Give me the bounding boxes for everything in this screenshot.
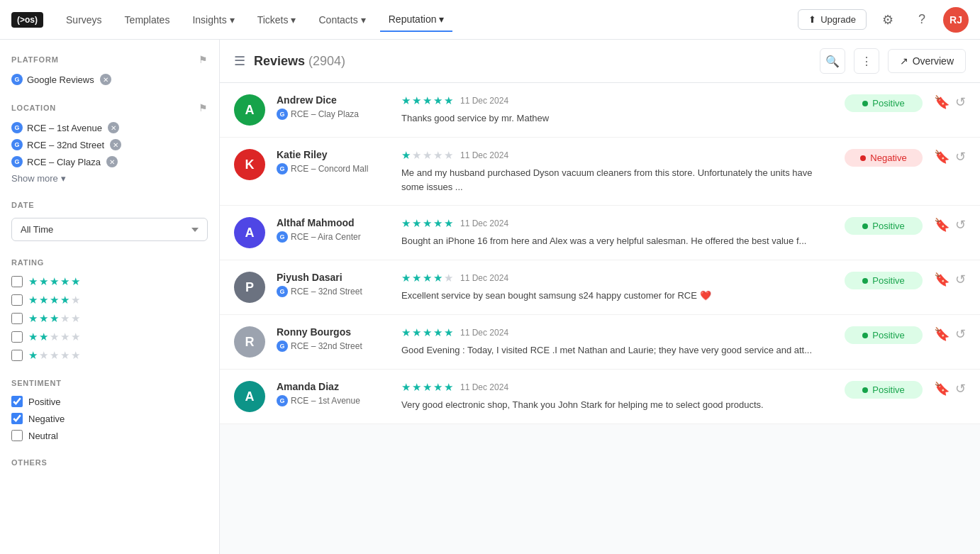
remove-location-1-button[interactable]: ✕ xyxy=(108,122,119,133)
sentiment-label: Positive xyxy=(872,98,905,109)
review-list: A Andrew Dice G RCE – Clay Plaza ★★★★★ 1… xyxy=(220,83,980,424)
star: ★ xyxy=(401,326,411,339)
chevron-down-icon: ▾ xyxy=(439,13,444,25)
avatar[interactable]: RJ xyxy=(943,7,969,33)
reviewer-location: G RCE – 1st Avenue xyxy=(277,395,390,406)
overview-button[interactable]: ↗ Overview xyxy=(888,49,966,73)
review-stars-date: ★★★★★ 11 Dec 2024 xyxy=(401,149,833,162)
review-date: 11 Dec 2024 xyxy=(460,150,508,160)
google-icon: G xyxy=(277,163,288,174)
chevron-down-icon: ▾ xyxy=(230,14,235,26)
others-title: OTHERS xyxy=(11,458,48,467)
review-row: K Katie Riley G RCE – Concord Mall ★★★★★… xyxy=(220,138,980,206)
refresh-icon[interactable]: ↺ xyxy=(955,217,966,233)
refresh-icon[interactable]: ↺ xyxy=(955,272,966,287)
search-icon: 🔍 xyxy=(825,55,840,68)
reviewer-location: G RCE – 32nd Street xyxy=(277,340,390,352)
review-stars-date: ★★★★★ 11 Dec 2024 xyxy=(401,272,833,284)
rating-4-checkbox[interactable] xyxy=(11,294,23,306)
review-content: ★★★★★ 11 Dec 2024 Me and my husband purc… xyxy=(401,149,833,194)
rating-1-checkbox[interactable] xyxy=(11,350,23,361)
sentiment-badge: Positive xyxy=(845,272,923,289)
upgrade-button[interactable]: ⬆ Upgrade xyxy=(798,9,867,30)
review-date: 11 Dec 2024 xyxy=(460,218,508,228)
sentiment-section: SENTIMENT Positive Negative Neutral xyxy=(11,379,208,441)
refresh-icon[interactable]: ↺ xyxy=(955,381,966,397)
star: ★ xyxy=(433,94,442,107)
date-select[interactable]: All Time Last 7 days Last 30 days Last 9… xyxy=(11,218,208,241)
remove-location-2-button[interactable]: ✕ xyxy=(110,139,121,150)
reviewer-info: Andrew Dice G RCE – Clay Plaza xyxy=(277,94,390,120)
bookmark-icon[interactable]: 🔖 xyxy=(934,149,950,165)
filter-sort-icon[interactable]: ☰ xyxy=(234,53,245,69)
search-button[interactable]: 🔍 xyxy=(820,48,845,74)
settings-button[interactable]: ⚙ xyxy=(875,7,901,33)
chart-icon: ↗ xyxy=(900,55,908,67)
star: ★ xyxy=(50,275,59,288)
more-options-button[interactable]: ⋮ xyxy=(854,48,879,74)
sentiment-badge: Positive xyxy=(845,381,923,399)
google-icon: G xyxy=(11,122,23,133)
star-empty: ★ xyxy=(71,294,80,306)
sentiment-positive-checkbox[interactable] xyxy=(11,396,23,407)
star: ★ xyxy=(423,272,432,284)
reviewer-info: Amanda Diaz G RCE – 1st Avenue xyxy=(277,381,390,406)
star: ★ xyxy=(28,275,38,288)
refresh-icon[interactable]: ↺ xyxy=(955,94,966,110)
main-content: ☰ Reviews (2904) 🔍 ⋮ ↗ Overview A Andrew… xyxy=(220,40,980,554)
rating-2-checkbox[interactable] xyxy=(11,331,23,343)
review-row: A Althaf Mahmood G RCE – Aira Center ★★★… xyxy=(220,206,980,260)
upgrade-icon: ⬆ xyxy=(808,14,816,25)
bookmark-icon[interactable]: 🔖 xyxy=(934,94,950,110)
bookmark-icon[interactable]: 🔖 xyxy=(934,272,950,287)
sentiment-neutral-checkbox[interactable] xyxy=(11,430,23,441)
bookmark-icon[interactable]: 🔖 xyxy=(934,217,950,233)
location-filter-icon[interactable]: ⚑ xyxy=(199,102,208,113)
nav-reputation[interactable]: Reputation ▾ xyxy=(380,8,453,32)
star-empty: ★ xyxy=(60,331,69,343)
star: ★ xyxy=(433,217,442,230)
row-actions: 🔖 ↺ xyxy=(934,149,966,165)
review-date: 11 Dec 2024 xyxy=(460,382,508,392)
help-button[interactable]: ? xyxy=(909,7,935,33)
bookmark-icon[interactable]: 🔖 xyxy=(934,381,950,397)
others-section: OTHERS xyxy=(11,458,208,467)
star: ★ xyxy=(433,272,442,284)
star: ★ xyxy=(412,272,421,284)
google-icon: G xyxy=(277,395,288,406)
star: ★ xyxy=(39,294,48,306)
rating-row-1: ★ ★ ★ ★ ★ xyxy=(11,349,208,362)
star: ★ xyxy=(444,381,453,394)
sentiment-dot xyxy=(862,278,868,284)
nav-tickets[interactable]: Tickets ▾ xyxy=(249,9,305,31)
bookmark-icon[interactable]: 🔖 xyxy=(934,326,950,342)
reviewer-name: Andrew Dice xyxy=(277,94,390,106)
refresh-icon[interactable]: ↺ xyxy=(955,326,966,342)
remove-location-3-button[interactable]: ✕ xyxy=(106,156,118,167)
review-date: 11 Dec 2024 xyxy=(460,328,508,338)
nav-surveys[interactable]: Surveys xyxy=(57,9,111,31)
platform-title: PLATFORM xyxy=(11,55,59,64)
rating-5-checkbox[interactable] xyxy=(11,276,23,287)
refresh-icon[interactable]: ↺ xyxy=(955,149,966,165)
date-section: DATE All Time Last 7 days Last 30 days L… xyxy=(11,201,208,241)
review-stars-date: ★★★★★ 11 Dec 2024 xyxy=(401,94,833,107)
rating-3-checkbox[interactable] xyxy=(11,313,23,324)
nav-insights[interactable]: Insights ▾ xyxy=(184,9,243,31)
remove-platform-button[interactable]: ✕ xyxy=(100,74,111,85)
star: ★ xyxy=(50,294,59,306)
review-text: Very good electronic shop, Thank you Joh… xyxy=(401,398,833,412)
sentiment-negative-checkbox[interactable] xyxy=(11,413,23,424)
reviewer-info: Althaf Mahmood G RCE – Aira Center xyxy=(277,217,390,243)
nav-templates[interactable]: Templates xyxy=(116,9,179,31)
star: ★ xyxy=(28,349,38,362)
star: ★ xyxy=(401,217,411,230)
star: ★ xyxy=(28,294,38,306)
google-icon: G xyxy=(11,139,23,150)
show-more-button[interactable]: Show more ▾ xyxy=(11,173,208,184)
nav-contacts[interactable]: Contacts ▾ xyxy=(310,9,374,31)
star-empty: ★ xyxy=(71,312,80,325)
platform-filter-icon[interactable]: ⚑ xyxy=(199,54,208,65)
reviewer-avatar: A xyxy=(234,94,265,126)
sentiment-badge: Negative xyxy=(845,149,923,167)
